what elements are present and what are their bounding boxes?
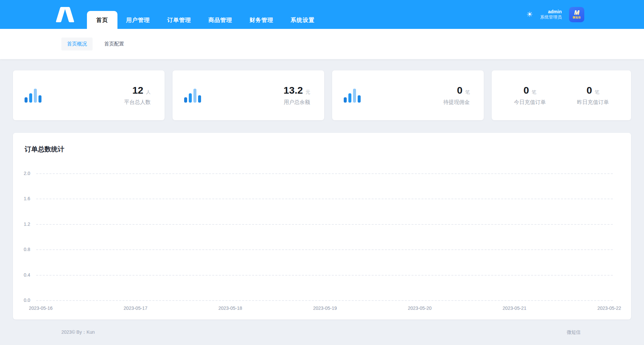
bar-chart-icon [344,88,361,103]
stat-value: 13.2 [284,85,303,96]
y-tick: 0.8 [16,247,30,252]
bar-chart-icon [25,88,41,103]
stat-cards-row: 12 人 平台总人数 13.2 元 用户总余额 0 笔 待提现佣金 [13,70,631,120]
stat-label: 今日充值订单 [514,99,546,106]
stat-unit: 笔 [465,89,470,95]
stat-value: 0 [457,85,463,96]
x-tick: 2023-05-22 [597,305,621,311]
y-tick: 2.0 [16,171,30,176]
x-tick: 2023-05-19 [313,305,337,311]
stat-value: 12 [132,85,143,96]
stat-card-pending-commission: 0 笔 待提现佣金 [332,70,484,120]
stat-block: 0 笔 待提现佣金 [443,85,470,106]
user-name: admin [540,9,562,15]
avatar[interactable]: M 微短信 [569,7,584,22]
x-tick: 2023-05-20 [408,305,432,311]
stat-unit: 元 [306,89,310,95]
nav-item-user-management[interactable]: 用户管理 [117,11,159,29]
main-nav: 首页 用户管理 订单管理 商品管理 财务管理 系统设置 [87,0,323,29]
y-tick: 1.2 [16,221,30,227]
stat-card-recharge-orders: 0 笔 今日充值订单 0 笔 昨日充值订单 [492,70,631,120]
stat-label: 用户总余额 [284,99,310,106]
y-tick: 1.6 [16,196,30,201]
stat-label: 昨日充值订单 [577,99,609,106]
tab-home-config[interactable]: 首页配置 [99,38,130,50]
x-tick: 2023-05-21 [503,305,527,311]
stat-unit: 笔 [595,89,599,95]
x-axis-labels: 2023-05-16 2023-05-17 2023-05-18 2023-05… [29,305,621,311]
y-tick: 0.0 [16,298,30,303]
page-footer: 2023© By：Kun 微短信 [0,319,644,345]
stat-unit: 人 [146,89,151,95]
nav-item-system-settings[interactable]: 系统设置 [282,11,323,29]
x-tick: 2023-05-18 [218,305,242,311]
stat-unit: 笔 [532,89,536,95]
stat-block: 13.2 元 用户总余额 [284,85,310,106]
nav-item-product-management[interactable]: 商品管理 [200,11,241,29]
top-header: 首页 用户管理 订单管理 商品管理 财务管理 系统设置 ☀ admin 系统管理… [0,0,644,29]
stat-card-platform-users: 12 人 平台总人数 [13,70,165,120]
order-total-chart-card: 订单总数统计 2.0 1.6 1.2 0.8 0.4 0.0 2023-05-1… [13,133,631,319]
footer-brand: 微短信 [567,329,581,335]
nav-item-finance-management[interactable]: 财务管理 [241,11,282,29]
chart-title: 订单总数统计 [25,145,64,154]
stat-card-user-balance: 13.2 元 用户总余额 [173,70,324,120]
stat-block-today: 0 笔 今日充值订单 [514,85,546,106]
stat-value: 0 [587,85,592,96]
footer-copyright: 2023© By：Kun [61,329,95,335]
stat-block: 12 人 平台总人数 [124,85,151,106]
sun-icon[interactable]: ☀ [526,11,533,18]
tab-home-overview[interactable]: 首页概况 [61,38,93,50]
stat-value: 0 [524,85,529,96]
nav-item-home[interactable]: 首页 [87,11,117,29]
brand-logo-icon[interactable] [58,0,72,29]
x-tick: 2023-05-16 [29,305,53,311]
subnav-tabs: 首页概况 首页配置 [0,29,644,59]
bar-chart-icon [184,88,201,103]
nav-item-order-management[interactable]: 订单管理 [159,11,200,29]
stat-label: 待提现佣金 [443,99,470,106]
header-right: ☀ admin 系统管理员 M 微短信 [526,0,584,29]
x-tick: 2023-05-17 [124,305,148,311]
avatar-monogram: M [574,10,579,16]
y-tick: 0.4 [16,272,30,278]
stat-label: 平台总人数 [124,99,151,106]
user-role: 系统管理员 [540,15,562,20]
user-menu[interactable]: admin 系统管理员 [540,9,562,20]
avatar-brand-text: 微短信 [573,16,581,19]
stat-block-yesterday: 0 笔 昨日充值订单 [577,85,609,106]
